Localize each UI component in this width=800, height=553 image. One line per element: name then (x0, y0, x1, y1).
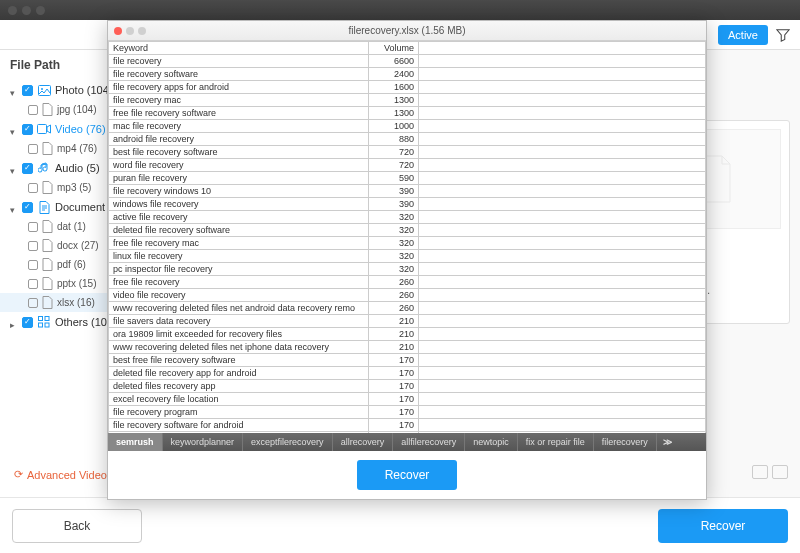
cell-keyword: deleted files recovery app (109, 380, 369, 393)
sidebar-sub-selected[interactable]: xlsx (16) (0, 293, 124, 312)
cell-keyword: file recovery apps for android (109, 81, 369, 94)
sheet-tab[interactable]: allfilerecovery (393, 433, 465, 451)
file-icon (42, 296, 53, 309)
sheet-tab[interactable]: newtopic (465, 433, 518, 451)
table-row: ora 19809 limit exceeded for recovery fi… (109, 328, 706, 341)
cell-keyword: excel recovery file location (109, 393, 369, 406)
cell-keyword: deleted file recovery software (109, 224, 369, 237)
recover-button[interactable]: Recover (658, 509, 788, 543)
cell-keyword: file savers data recovery (109, 315, 369, 328)
cell-volume: 590 (369, 172, 419, 185)
checkbox[interactable] (28, 105, 38, 115)
chevron-down-icon[interactable] (10, 125, 18, 133)
preview-footer: Recover (108, 451, 706, 499)
cell-volume: 1000 (369, 120, 419, 133)
cell-keyword: best file recovery software (109, 146, 369, 159)
preview-body[interactable]: Keyword Volume file recovery6600file rec… (108, 41, 706, 433)
checkbox[interactable] (22, 163, 33, 174)
cell-volume: 170 (369, 367, 419, 380)
sheet-tab[interactable]: keywordplanner (163, 433, 244, 451)
traffic-dot[interactable] (22, 6, 31, 15)
chevron-down-icon[interactable] (10, 203, 18, 211)
view-grid-icon[interactable] (752, 465, 768, 479)
more-tabs-icon[interactable]: ≫ (657, 433, 678, 451)
cell-volume: 390 (369, 198, 419, 211)
close-icon[interactable] (114, 27, 122, 35)
svg-point-1 (41, 88, 43, 90)
view-list-icon[interactable] (772, 465, 788, 479)
photo-icon (37, 83, 51, 97)
checkbox[interactable] (28, 241, 38, 251)
preview-titlebar[interactable]: filerecovery.xlsx (1.56 MB) (108, 21, 706, 41)
filter-icon[interactable] (776, 28, 790, 42)
traffic-dot[interactable] (8, 6, 17, 15)
checkbox[interactable] (28, 144, 38, 154)
sheet-tab[interactable]: filerecovery (594, 433, 657, 451)
cell-volume: 1600 (369, 81, 419, 94)
label: Others (10) (55, 316, 111, 328)
checkbox[interactable] (28, 222, 38, 232)
cell-volume: 880 (369, 133, 419, 146)
cell-keyword: file recovery software (109, 68, 369, 81)
label: pptx (15) (57, 278, 96, 289)
chevron-right-icon[interactable] (10, 318, 18, 326)
cell-volume: 320 (369, 211, 419, 224)
table-row: file recovery software2400 (109, 68, 706, 81)
file-icon (42, 239, 53, 252)
sheet-tab[interactable]: allrecovery (333, 433, 394, 451)
checkbox[interactable] (22, 85, 33, 96)
table-row: file recovery software for android170 (109, 419, 706, 432)
document-icon (37, 200, 51, 214)
cell-keyword: www recovering deleted files net iphone … (109, 341, 369, 354)
cell-keyword: android file recovery (109, 133, 369, 146)
sheet-tab[interactable]: fix or repair file (518, 433, 594, 451)
video-icon (37, 122, 51, 136)
active-button[interactable]: Active (718, 25, 768, 45)
cell-keyword: free file recovery mac (109, 237, 369, 250)
cell-volume: 390 (369, 185, 419, 198)
cell-volume: 1300 (369, 107, 419, 120)
chevron-down-icon[interactable] (10, 164, 18, 172)
checkbox[interactable] (22, 124, 33, 135)
back-button[interactable]: Back (12, 509, 142, 543)
minimize-icon[interactable] (126, 27, 134, 35)
chevron-down-icon[interactable] (10, 86, 18, 94)
label: docx (27) (57, 240, 99, 251)
table-row: file recovery apps for android1600 (109, 81, 706, 94)
sheet-tab[interactable]: exceptfilerecovery (243, 433, 333, 451)
cell-keyword: www recovering deleted files net android… (109, 302, 369, 315)
table-row: best file recovery software720 (109, 146, 706, 159)
table-row: file savers data recovery210 (109, 315, 706, 328)
cell-volume: 260 (369, 289, 419, 302)
sheet-tab[interactable]: semrush (108, 433, 163, 451)
checkbox[interactable] (22, 202, 33, 213)
checkbox[interactable] (22, 317, 33, 328)
maximize-icon[interactable] (138, 27, 146, 35)
checkbox[interactable] (28, 298, 38, 308)
cell-keyword: deleted file recovery app for android (109, 367, 369, 380)
svg-rect-5 (39, 323, 43, 327)
main-titlebar (0, 0, 800, 20)
table-row: puran file recovery590 (109, 172, 706, 185)
table-row: free file recovery mac320 (109, 237, 706, 250)
label: mp3 (5) (57, 182, 91, 193)
table-row: file recovery mac1300 (109, 94, 706, 107)
preview-title: filerecovery.xlsx (1.56 MB) (108, 25, 706, 36)
cell-volume: 260 (369, 302, 419, 315)
file-icon (42, 220, 53, 233)
table-row: free file recovery260 (109, 276, 706, 289)
checkbox[interactable] (28, 279, 38, 289)
cell-keyword: puran file recovery (109, 172, 369, 185)
col-volume: Volume (369, 42, 419, 55)
checkbox[interactable] (28, 183, 38, 193)
traffic-dot[interactable] (36, 6, 45, 15)
svg-rect-6 (45, 323, 49, 327)
checkbox[interactable] (28, 260, 38, 270)
table-row: active file recovery320 (109, 211, 706, 224)
cell-volume: 1300 (369, 94, 419, 107)
label: jpg (104) (57, 104, 96, 115)
table-row: mac file recovery1000 (109, 120, 706, 133)
preview-recover-button[interactable]: Recover (357, 460, 458, 490)
cell-keyword: file recovery windows 10 (109, 185, 369, 198)
bottom-bar: Back Recover (0, 497, 800, 553)
